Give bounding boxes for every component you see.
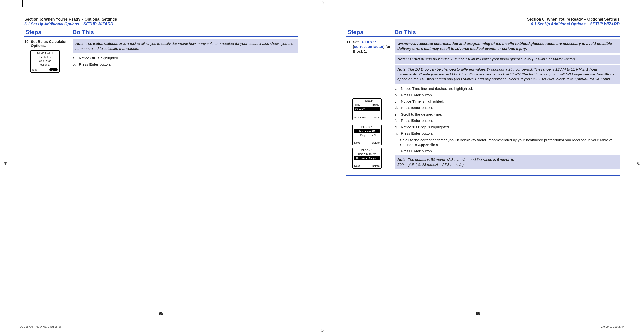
note-box-default: Note: The default is 50 mg/dL (2.8 mmol/…	[394, 155, 620, 169]
substep: g.Notice 1U Drop is highlighted.	[394, 125, 620, 130]
page-96: Section 6: When You're Ready – Optional …	[322, 0, 644, 333]
substep: e.Scroll to the desired time.	[394, 112, 620, 117]
note-box: Note: The Bolus Calculator is a tool to …	[72, 39, 298, 53]
device-screen-step3: STEP 3 OF 6 Set bolus calculator options…	[30, 50, 60, 73]
substep: h.Press Enter button.	[394, 131, 620, 136]
ok-button-highlight: OK	[49, 68, 58, 71]
substep: c.Notice Time is highlighted.	[394, 99, 620, 104]
device-block1-filled: BLOCK 1 Time = 12:00 AM 1U Drop = 50 mg/…	[352, 148, 382, 169]
step-number: 10.	[24, 39, 31, 48]
section-subtitle: 6.1 Set Up Additional Options – SETUP WI…	[346, 22, 620, 26]
slug-time: 2/9/09 11:29:42 AM	[601, 325, 624, 328]
substep: d.Press Enter button.	[394, 105, 620, 110]
step-text: Set Bolus Calculator Options.	[31, 39, 70, 48]
section-title: Section 6: When You're Ready – Optional …	[346, 17, 620, 22]
substep: b.Press Enter button.	[72, 62, 298, 67]
slug-file: DOC15736_Rev-A-Man.indd 95-96	[20, 325, 62, 328]
page-number: 95	[159, 311, 163, 316]
col-header-dothis: Do This	[394, 29, 416, 36]
substep: j.Press Enter button.	[394, 149, 620, 154]
col-header-steps: Steps	[24, 29, 72, 36]
substep: a.Notice Time line and dashes are highli…	[394, 86, 620, 91]
device-1u-drop: 1U DROP Timemg/dL 00:00:00---- Add Block…	[352, 99, 382, 120]
page-95: Section 6: When You're Ready – Optional …	[0, 0, 322, 333]
device-block1-blank: BLOCK 1 Time = --:-- AM 1U Drop = -- mg/…	[352, 125, 382, 145]
step-number: 11.	[346, 39, 353, 54]
substeps-95: a.Notice OK is highlighted.b.Press Enter…	[72, 56, 298, 67]
note-box-range: Note: The 1U Drop can be changed to diff…	[394, 65, 620, 84]
warning-box: WARNING: Accurate determination and prog…	[394, 39, 620, 53]
substep: i.Scroll to the correction factor (insul…	[394, 138, 620, 148]
substep: a.Notice OK is highlighted.	[72, 56, 298, 61]
section-title: Section 6: When You're Ready – Optional …	[24, 17, 298, 22]
substep: b.Press Enter button.	[394, 93, 620, 98]
substeps-96: a.Notice Time line and dashes are highli…	[394, 86, 620, 154]
section-subtitle: 6.1 Set Up Additional Options – SETUP WI…	[24, 22, 298, 26]
col-header-dothis: Do This	[72, 29, 94, 36]
page-number: 96	[476, 311, 480, 316]
substep: f.Press Enter button.	[394, 118, 620, 123]
col-header-steps: Steps	[346, 29, 394, 36]
note-box-1udrop: Note: 1U DROP sets how much 1 unit of in…	[394, 55, 620, 64]
step-text: Set 1U DROP (correction factor) for Bloc…	[353, 39, 392, 54]
